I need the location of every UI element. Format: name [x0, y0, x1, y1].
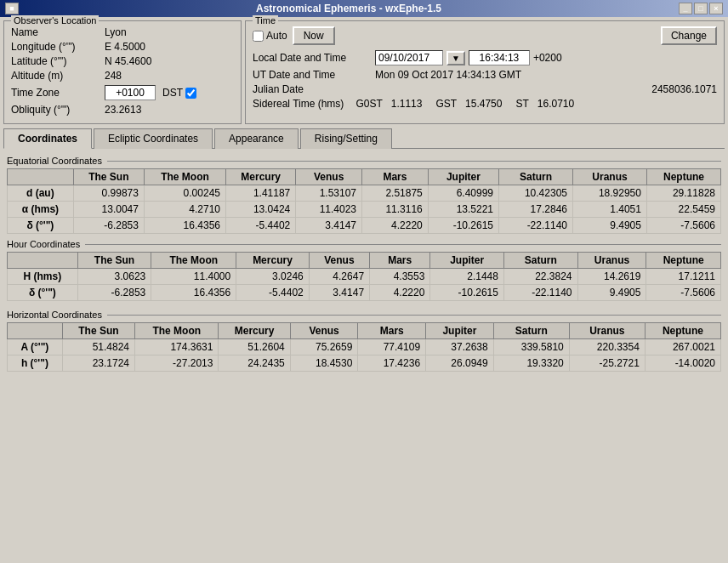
cell-value: 13.5221	[428, 202, 498, 218]
col-header-jupiter: Jupiter	[430, 253, 504, 269]
cell-value: 22.5459	[646, 202, 720, 218]
cell-value: 17.2846	[499, 202, 573, 218]
cell-value: 17.1211	[646, 269, 721, 285]
cell-value: 4.3553	[370, 269, 430, 285]
window-icon-btn[interactable]: ■	[5, 3, 19, 14]
auto-checkbox[interactable]	[253, 31, 264, 42]
cell-value: -10.2615	[430, 285, 504, 301]
col-header-empty	[8, 169, 74, 185]
tabs-container: Coordinates Ecliptic Coordinates Appeara…	[3, 128, 725, 375]
cell-value: 0.99873	[73, 185, 144, 202]
table-row: δ (°'")-6.285316.4356-5.44023.41474.2220…	[8, 285, 721, 301]
change-button[interactable]: Change	[661, 26, 717, 45]
timezone-label: Time Zone	[11, 87, 105, 99]
cell-value: 75.2659	[290, 339, 358, 355]
cell-value: 3.0623	[77, 269, 151, 285]
cell-value: 3.4147	[309, 285, 369, 301]
latitude-value: N 45.4600	[105, 55, 151, 67]
col-header-the-moon: The Moon	[135, 323, 219, 339]
tab-appearance[interactable]: Appearance	[214, 128, 299, 149]
col-header-mars: Mars	[370, 253, 430, 269]
horizontal-section-label: Horizontal Coordinates	[7, 310, 721, 320]
col-header-uranus: Uranus	[577, 253, 646, 269]
col-header-saturn: Saturn	[499, 169, 573, 185]
time-legend: Time	[253, 15, 278, 26]
timezone-input[interactable]	[105, 85, 156, 100]
gst-label: GST	[435, 98, 457, 110]
col-header-saturn: Saturn	[493, 323, 569, 339]
julian-value: 2458036.1071	[651, 83, 717, 95]
cell-value: 6.40999	[428, 185, 498, 202]
tab-ecliptic[interactable]: Ecliptic Coordinates	[94, 128, 213, 149]
col-header-the-sun: The Sun	[62, 323, 134, 339]
time-panel: Time Auto Now Change Local Date and Time…	[245, 20, 725, 124]
row-label: A (°'")	[8, 339, 63, 355]
cell-value: -27.2013	[135, 355, 219, 372]
col-header-venus: Venus	[296, 169, 362, 185]
cell-value: 16.4356	[151, 285, 236, 301]
col-header-the-sun: The Sun	[77, 253, 151, 269]
cell-value: 23.1724	[62, 355, 134, 372]
date-dropdown-btn[interactable]: ▼	[446, 51, 465, 65]
cell-value: 26.0949	[426, 355, 494, 372]
col-header-mars: Mars	[358, 323, 426, 339]
dst-label: DST	[162, 87, 183, 99]
name-label: Name	[11, 26, 105, 38]
cell-value: 16.4356	[144, 218, 225, 234]
col-header-jupiter: Jupiter	[426, 323, 494, 339]
g0st-label: G0ST	[355, 98, 382, 110]
horizontal-table: The SunThe MoonMercuryVenusMarsJupiterSa…	[7, 322, 721, 372]
cell-value: 22.3824	[503, 269, 577, 285]
cell-value: -10.2615	[428, 218, 498, 234]
maximize-btn[interactable]: □	[694, 3, 708, 14]
cell-value: 4.2710	[144, 202, 225, 218]
cell-value: 2.51875	[362, 185, 429, 202]
col-header-venus: Venus	[309, 253, 369, 269]
cell-value: 267.0021	[645, 339, 720, 355]
cell-value: -25.2721	[569, 355, 645, 372]
cell-value: 77.4109	[358, 339, 426, 355]
cell-value: 9.4905	[577, 285, 646, 301]
cell-value: 220.3354	[569, 339, 645, 355]
cell-value: 17.4236	[358, 355, 426, 372]
table-row: H (hms)3.062311.40003.02464.26474.35532.…	[8, 269, 721, 285]
cell-value: -5.4402	[226, 218, 296, 234]
minimize-btn[interactable]: _	[679, 3, 692, 14]
observer-panel: Observer's Location Name Lyon Longitude …	[3, 20, 242, 124]
col-header-neptune: Neptune	[646, 253, 721, 269]
cell-value: 24.2435	[219, 355, 290, 372]
local-date-label: Local Date and Time	[253, 52, 372, 64]
row-label: α (hms)	[8, 202, 74, 218]
cell-value: 1.41187	[226, 185, 296, 202]
obliquity-label: Obliquity (°'")	[11, 104, 105, 116]
date-input[interactable]	[375, 50, 443, 65]
cell-value: -7.5606	[646, 218, 720, 234]
col-header-mars: Mars	[362, 169, 429, 185]
table-row: d (au)0.998730.002451.411871.531072.5187…	[8, 185, 721, 202]
close-btn[interactable]: ×	[709, 3, 723, 14]
tz-offset: +0200	[533, 52, 562, 64]
cell-value: 2.1448	[430, 269, 504, 285]
col-header-jupiter: Jupiter	[428, 169, 498, 185]
cell-value: 13.0047	[73, 202, 144, 218]
longitude-value: E 4.5000	[105, 41, 145, 53]
cell-value: 51.2604	[219, 339, 290, 355]
col-header-empty	[8, 323, 63, 339]
equatorial-section-label: Equatorial Coordinates	[7, 156, 721, 166]
col-header-saturn: Saturn	[503, 253, 577, 269]
time-input[interactable]	[469, 50, 530, 65]
dst-checkbox[interactable]	[185, 88, 196, 99]
st-value: 16.0710	[537, 98, 574, 110]
latitude-label: Latitude (°'")	[11, 55, 105, 67]
observer-legend: Observer's Location	[11, 15, 99, 26]
cell-value: 29.11828	[646, 185, 720, 202]
cell-value: 0.00245	[144, 185, 225, 202]
cell-value: -22.1140	[499, 218, 573, 234]
cell-value: -6.2853	[77, 285, 151, 301]
table-row: h (°'")23.1724-27.201324.243518.453017.4…	[8, 355, 721, 372]
tab-coordinates[interactable]: Coordinates	[3, 128, 92, 149]
obliquity-value: 23.2613	[105, 104, 141, 116]
tab-rising[interactable]: Rising/Setting	[300, 128, 392, 149]
now-button[interactable]: Now	[293, 26, 335, 45]
hour-section-label: Hour Coordinates	[7, 239, 721, 249]
